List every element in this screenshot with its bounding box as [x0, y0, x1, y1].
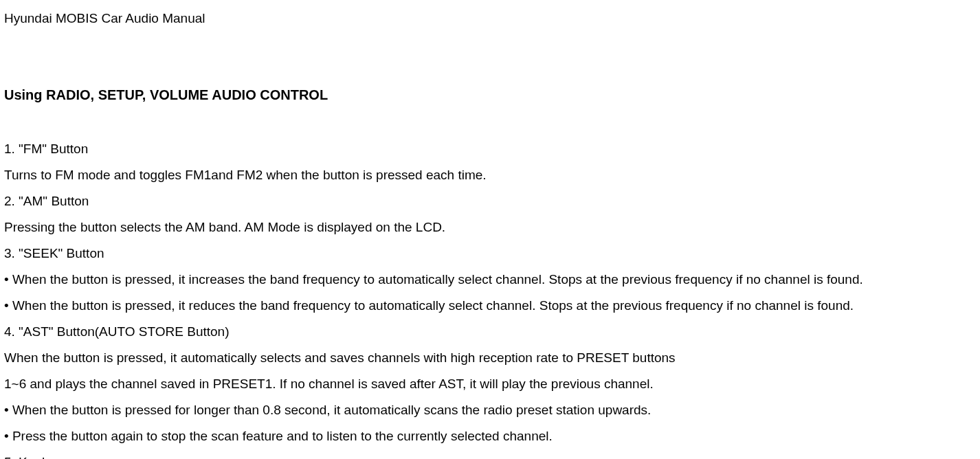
line-1: Turns to FM mode and toggles FM1and FM2 …	[4, 162, 976, 188]
line-10-bullet: • When the button is pressed for longer …	[4, 397, 976, 423]
section-heading: Using RADIO, SETUP, VOLUME AUDIO CONTROL	[4, 81, 976, 109]
line-9: 1~6 and plays the channel saved in PRESE…	[4, 371, 976, 397]
line-6-bullet: • When the button is pressed, it reduces…	[4, 293, 976, 319]
line-5-bullet: • When the button is pressed, it increas…	[4, 267, 976, 293]
line-12: 5. Knob	[4, 449, 976, 459]
line-4: 3. "SEEK" Button	[4, 240, 976, 267]
line-3: Pressing the button selects the AM band.…	[4, 214, 976, 240]
line-8: When the button is pressed, it automatic…	[4, 345, 976, 371]
line-11-bullet: • Press the button again to stop the sca…	[4, 423, 976, 449]
line-2: 2. "AM" Button	[4, 188, 976, 214]
line-7: 4. "AST" Button(AUTO STORE Button)	[4, 319, 976, 345]
line-0: 1. "FM" Button	[4, 136, 976, 162]
document-title: Hyundai MOBIS Car Audio Manual	[4, 5, 976, 32]
